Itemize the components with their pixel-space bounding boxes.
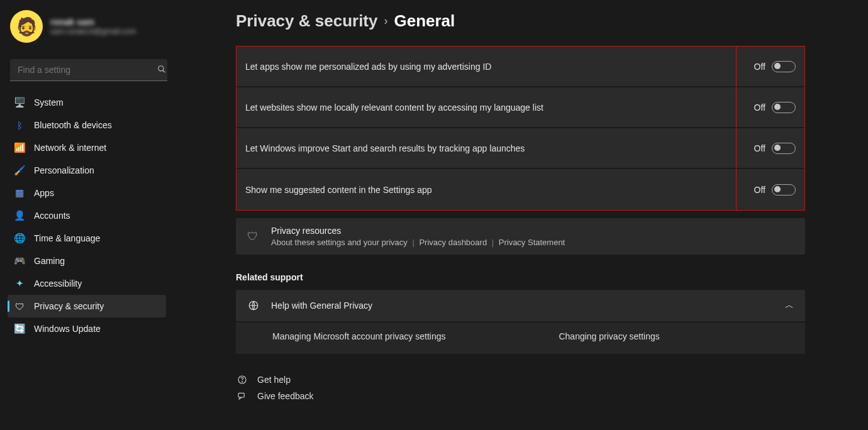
toggle-switch[interactable] bbox=[772, 184, 796, 196]
sidebar-item-label: Gaming bbox=[34, 256, 65, 266]
sidebar-item-network[interactable]: 📶 Network & internet bbox=[8, 136, 166, 159]
sidebar-item-accessibility-icon: ✦ bbox=[14, 278, 25, 289]
sidebar-item-personalization[interactable]: 🖌️ Personalization bbox=[8, 159, 166, 182]
help-body: Managing Microsoft account privacy setti… bbox=[236, 321, 805, 354]
svg-rect-5 bbox=[238, 393, 244, 397]
toggle-description: Let websites show me locally relevant co… bbox=[245, 102, 754, 113]
get-help-link[interactable]: Get help bbox=[236, 372, 805, 388]
chevron-up-icon: ︿ bbox=[785, 300, 794, 311]
privacy-toggle-row: Let websites show me locally relevant co… bbox=[236, 87, 804, 128]
resources-title: Privacy resources bbox=[271, 226, 565, 236]
breadcrumb: Privacy & security › General bbox=[236, 11, 805, 31]
sidebar-item-time-language[interactable]: 🌐 Time & language bbox=[8, 227, 166, 250]
main-content: Privacy & security › General Let apps sh… bbox=[186, 0, 868, 430]
toggle-state-label: Off bbox=[754, 62, 765, 72]
profile-email: sam.ronak14@gmail.com bbox=[50, 27, 136, 36]
sidebar-item-accessibility[interactable]: ✦ Accessibility bbox=[8, 272, 166, 295]
toggle-switch[interactable] bbox=[772, 102, 796, 113]
privacy-resources-card: 🛡 Privacy resources About these settings… bbox=[236, 218, 805, 255]
sidebar-item-windows-update-icon: 🔄 bbox=[14, 323, 25, 334]
sidebar-item-gaming-icon: 🎮 bbox=[14, 255, 25, 267]
breadcrumb-current: General bbox=[394, 11, 455, 31]
avatar: 🧔 bbox=[10, 10, 43, 43]
footer-links: Get help Give feedback bbox=[236, 372, 805, 404]
privacy-toggle-row: Show me suggested content in the Setting… bbox=[236, 169, 804, 210]
sidebar-item-gaming[interactable]: 🎮 Gaming bbox=[8, 250, 166, 272]
profile-name: ronak sam bbox=[50, 17, 136, 27]
search-field[interactable] bbox=[10, 59, 180, 81]
sidebar-nav: 🖥️ Systemᛒ Bluetooth & devices📶 Network … bbox=[8, 91, 182, 340]
privacy-toggle-row: Let Windows improve Start and search res… bbox=[236, 128, 804, 169]
sidebar-item-time-language-icon: 🌐 bbox=[14, 233, 25, 244]
profile-block[interactable]: 🧔 ronak sam sam.ronak14@gmail.com bbox=[8, 8, 182, 48]
related-support-heading: Related support bbox=[236, 272, 805, 282]
privacy-toggle-row: Let apps show me personalized ads by usi… bbox=[236, 47, 804, 87]
resources-link-statement[interactable]: Privacy Statement bbox=[499, 238, 565, 247]
toggle-switch[interactable] bbox=[772, 143, 796, 154]
sidebar-item-label: Time & language bbox=[34, 233, 100, 243]
chevron-right-icon: › bbox=[384, 14, 387, 28]
toggle-description: Let apps show me personalized ads by usi… bbox=[245, 62, 754, 72]
svg-point-4 bbox=[242, 382, 242, 382]
sidebar-item-label: Accessibility bbox=[34, 278, 82, 289]
resources-links: About these settings and your privacy | … bbox=[271, 238, 565, 247]
sidebar-item-privacy-security-icon: 🛡 bbox=[14, 300, 25, 312]
feedback-icon bbox=[236, 391, 248, 401]
sidebar-item-label: Personalization bbox=[34, 165, 94, 175]
sidebar-item-bluetooth[interactable]: ᛒ Bluetooth & devices bbox=[8, 114, 166, 136]
resources-link-dashboard[interactable]: Privacy dashboard bbox=[419, 238, 487, 247]
sidebar-item-accounts-icon: 👤 bbox=[14, 210, 25, 221]
help-link-manage-privacy[interactable]: Managing Microsoft account privacy setti… bbox=[272, 331, 445, 341]
help-link-change-privacy[interactable]: Changing privacy settings bbox=[559, 331, 659, 341]
sidebar-item-label: System bbox=[34, 97, 64, 108]
resources-link-about[interactable]: About these settings and your privacy bbox=[271, 238, 408, 247]
search-input[interactable] bbox=[10, 59, 167, 81]
sidebar-item-windows-update[interactable]: 🔄 Windows Update bbox=[8, 317, 166, 340]
privacy-toggle-list: Let apps show me personalized ads by usi… bbox=[236, 46, 805, 211]
toggle-switch[interactable] bbox=[772, 61, 796, 72]
sidebar-item-label: Apps bbox=[34, 188, 54, 198]
toggle-description: Show me suggested content in the Setting… bbox=[245, 185, 754, 195]
sidebar: 🧔 ronak sam sam.ronak14@gmail.com 🖥️ Sys… bbox=[0, 0, 186, 430]
toggle-description: Let Windows improve Start and search res… bbox=[245, 143, 754, 153]
sidebar-item-apps[interactable]: ▦ Apps bbox=[8, 182, 166, 204]
breadcrumb-parent[interactable]: Privacy & security bbox=[236, 11, 377, 31]
help-title: Help with General Privacy bbox=[271, 300, 774, 311]
sidebar-item-personalization-icon: 🖌️ bbox=[14, 165, 25, 176]
toggle-state-label: Off bbox=[754, 102, 765, 113]
shield-icon: 🛡 bbox=[246, 230, 260, 243]
sidebar-item-bluetooth-icon: ᛒ bbox=[14, 119, 25, 131]
give-feedback-link[interactable]: Give feedback bbox=[236, 388, 805, 404]
search-icon bbox=[157, 65, 166, 75]
sidebar-item-accounts[interactable]: 👤 Accounts bbox=[8, 204, 166, 227]
sidebar-item-network-icon: 📶 bbox=[14, 142, 25, 153]
toggle-state-label: Off bbox=[754, 143, 765, 153]
help-icon bbox=[236, 375, 248, 385]
sidebar-item-label: Windows Update bbox=[34, 324, 101, 334]
sidebar-item-label: Accounts bbox=[34, 211, 70, 221]
sidebar-item-privacy-security[interactable]: 🛡 Privacy & security bbox=[8, 295, 166, 317]
svg-line-1 bbox=[163, 70, 165, 73]
svg-point-0 bbox=[159, 66, 164, 71]
sidebar-item-apps-icon: ▦ bbox=[14, 187, 25, 199]
help-expander-header[interactable]: Help with General Privacy ︿ bbox=[236, 290, 805, 321]
sidebar-item-label: Network & internet bbox=[34, 143, 106, 153]
sidebar-item-system[interactable]: 🖥️ System bbox=[8, 91, 166, 114]
sidebar-item-label: Privacy & security bbox=[34, 301, 104, 311]
toggle-state-label: Off bbox=[754, 185, 765, 195]
sidebar-item-label: Bluetooth & devices bbox=[34, 120, 112, 130]
sidebar-item-system-icon: 🖥️ bbox=[14, 97, 25, 108]
help-card: Help with General Privacy ︿ Managing Mic… bbox=[236, 290, 805, 354]
globe-help-icon bbox=[247, 300, 260, 311]
